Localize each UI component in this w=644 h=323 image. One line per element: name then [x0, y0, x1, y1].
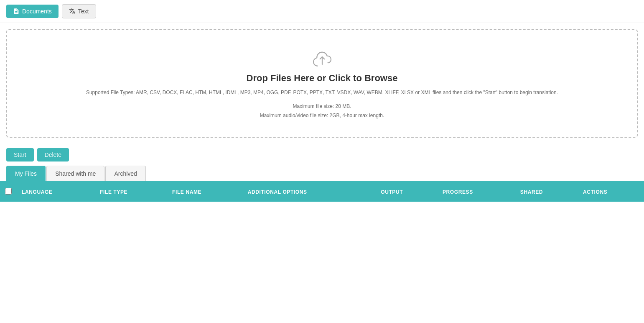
column-file-type: FILE TYPE — [95, 182, 167, 202]
action-buttons: Start Delete — [0, 144, 644, 166]
column-checkbox — [0, 182, 17, 202]
top-toolbar: Documents Text — [0, 0, 644, 23]
column-file-name: FILE NAME — [167, 182, 243, 202]
drop-zone-limits: Maximum file size: 20 MB. Maximum audio/… — [15, 102, 629, 120]
drop-zone-title: Drop Files Here or Click to Browse — [15, 73, 629, 84]
column-language: LANGUAGE — [17, 182, 95, 202]
documents-button-label: Documents — [22, 8, 52, 15]
table-container: LANGUAGE FILE TYPE FILE NAME ADDITIONAL … — [0, 182, 644, 202]
documents-button[interactable]: Documents — [6, 5, 59, 18]
drop-zone-supported: Supported File Types: AMR, CSV, DOCX, FL… — [15, 89, 629, 96]
column-output: OUTPUT — [376, 182, 438, 202]
cloud-upload-svg — [310, 47, 335, 68]
max-file-size: Maximum file size: 20 MB. — [15, 102, 629, 111]
column-shared: SHARED — [515, 182, 578, 202]
tabs-container: My Files Shared with me Archived — [0, 166, 644, 182]
text-button[interactable]: Text — [62, 4, 96, 18]
translate-icon — [69, 8, 76, 15]
text-button-label: Text — [78, 8, 89, 15]
document-icon — [13, 8, 20, 15]
column-progress: PROGRESS — [438, 182, 515, 202]
max-audio: Maximum audio/video file size: 2GB, 4-ho… — [15, 111, 629, 120]
drop-zone[interactable]: Drop Files Here or Click to Browse Suppo… — [6, 29, 638, 138]
tab-shared-with-me[interactable]: Shared with me — [46, 166, 104, 181]
column-additional-options: ADDITIONAL OPTIONS — [243, 182, 376, 202]
select-all-checkbox[interactable] — [5, 188, 12, 195]
drop-zone-wrapper: Drop Files Here or Click to Browse Suppo… — [0, 23, 644, 144]
cloud-upload-icon — [15, 47, 629, 68]
start-button[interactable]: Start — [6, 148, 34, 162]
table-header: LANGUAGE FILE TYPE FILE NAME ADDITIONAL … — [0, 182, 644, 202]
files-table: LANGUAGE FILE TYPE FILE NAME ADDITIONAL … — [0, 182, 644, 202]
table-header-row: LANGUAGE FILE TYPE FILE NAME ADDITIONAL … — [0, 182, 644, 202]
delete-button[interactable]: Delete — [37, 148, 69, 162]
column-actions: ACTIONS — [578, 182, 644, 202]
tab-my-files[interactable]: My Files — [6, 166, 46, 181]
tab-archived[interactable]: Archived — [105, 166, 145, 181]
